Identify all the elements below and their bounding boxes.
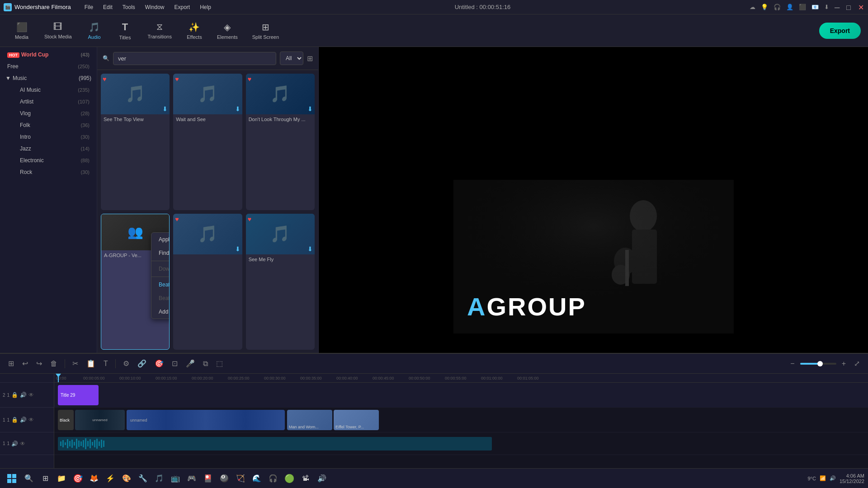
tool-elements[interactable]: ◈ Elements xyxy=(211,19,244,42)
export-button[interactable]: Export xyxy=(819,23,861,39)
track-hide-button[interactable]: 👁 xyxy=(28,392,34,398)
undo-button[interactable]: ↩ xyxy=(19,357,31,370)
menu-edit[interactable]: Edit xyxy=(99,2,117,12)
marker-button[interactable]: 🎯 xyxy=(152,357,166,370)
taskbar-app10[interactable]: 🏹 xyxy=(233,471,248,486)
track-mute-button[interactable]: 🔊 xyxy=(20,392,27,398)
menu-help[interactable]: Help xyxy=(195,2,216,12)
black-clip[interactable]: Black xyxy=(58,410,74,430)
taskbar-app9[interactable]: 🎱 xyxy=(217,471,231,486)
sidebar-item-rock[interactable]: Rock (30) xyxy=(13,166,97,178)
waveform xyxy=(58,437,492,450)
tool-titles[interactable]: T Titles xyxy=(111,19,140,43)
context-menu-apply[interactable]: Apply Alt+A xyxy=(151,233,170,246)
audio-card-6[interactable]: ♥ 🎵 ⬇ See Me Fly xyxy=(246,214,315,350)
maximize-button[interactable]: □ xyxy=(846,4,853,10)
sidebar-music-children: AI Music (235) Artlist (107) Vlog (28) F… xyxy=(0,84,97,178)
tool-split-screen[interactable]: ⊞ Split Screen xyxy=(246,19,285,42)
taskbar-app5[interactable]: 🎵 xyxy=(152,471,166,486)
sidebar-item-world-cup[interactable]: HOTWorld Cup (43) xyxy=(0,49,97,61)
context-menu-add-favorites[interactable]: Add to Favorites Shift+F xyxy=(151,305,170,319)
start-button[interactable] xyxy=(4,470,20,487)
context-menu-download-now: Download Now xyxy=(151,262,170,276)
sidebar-item-folk[interactable]: Folk (36) xyxy=(13,119,97,131)
taskbar-app2[interactable]: ⚡ xyxy=(103,471,118,486)
menu-file[interactable]: File xyxy=(80,2,98,12)
context-menu-beat-detection[interactable]: Beat Detection xyxy=(151,278,170,291)
taskbar-explorer[interactable]: 📁 xyxy=(54,471,69,486)
sidebar-item-electronic[interactable]: Electronic (88) xyxy=(13,155,97,166)
taskbar-app7[interactable]: 🎮 xyxy=(184,471,199,486)
track-mute-btn-v1[interactable]: 🔊 xyxy=(20,417,27,423)
taskbar-app12[interactable]: 🎧 xyxy=(266,471,280,486)
unnamed-clip-2[interactable]: unnamed xyxy=(127,410,285,430)
search-input[interactable] xyxy=(113,52,276,65)
taskbar-search[interactable]: 🔍 xyxy=(22,471,36,486)
delete-button[interactable]: 🗑 xyxy=(47,358,60,370)
title-clip[interactable]: Title 29 xyxy=(58,385,99,405)
sidebar-item-ai-music[interactable]: AI Music (235) xyxy=(13,84,97,96)
grid-view-icon[interactable]: ⊞ xyxy=(307,54,313,63)
audio-card-3[interactable]: ♥ 🎵 ⬇ Don't Look Through My ... xyxy=(246,74,315,210)
menu-tools[interactable]: Tools xyxy=(118,2,140,12)
taskbar-app8[interactable]: 🎴 xyxy=(201,471,215,486)
track-mute-btn-a1[interactable]: 🔊 xyxy=(11,441,18,447)
taskbar-app13[interactable]: 🔊 xyxy=(315,471,329,486)
unnamed-clip-1[interactable]: unnamed xyxy=(75,410,125,430)
expand-button[interactable]: ⤢ xyxy=(851,357,863,370)
menu-window[interactable]: Window xyxy=(141,2,169,12)
timeline-section: ⊞ ↩ ↪ 🗑 ✂ 📋 T ⚙ 🔗 🎯 ⊡ 🎤 ⧉ ⬚ − + ⤢ xyxy=(0,353,868,468)
audio-card-5[interactable]: ♥ 🎵 ⬇ xyxy=(173,214,242,350)
sidebar-item-artist[interactable]: Artlist (107) xyxy=(13,96,97,108)
zoom-in-button[interactable]: + xyxy=(839,358,849,370)
taskbar-app4[interactable]: 🔧 xyxy=(136,471,150,486)
tool-stock-media[interactable]: 🎞 Stock Media xyxy=(38,19,78,42)
track-hide-btn-a1[interactable]: 👁 xyxy=(20,441,25,447)
taskbar-vlc[interactable]: 📽 xyxy=(298,471,313,486)
settings-button[interactable]: ⚙ xyxy=(120,357,132,370)
filter-select[interactable]: All xyxy=(280,52,303,65)
taskbar-app1[interactable]: 🎯 xyxy=(71,471,85,486)
text-button[interactable]: T xyxy=(101,358,111,370)
track-hide-btn-v1[interactable]: 👁 xyxy=(28,417,34,423)
man-wom-clip[interactable]: Man and Wom... xyxy=(287,410,332,430)
audio-card-1[interactable]: ♥ 🎵 ⬇ See The Top View xyxy=(101,74,170,210)
zoom-out-button[interactable]: − xyxy=(788,358,797,370)
context-menu-find-similar[interactable]: Find Similar xyxy=(151,246,170,260)
redo-button[interactable]: ↪ xyxy=(33,357,45,370)
sidebar-item-intro[interactable]: Intro (30) xyxy=(13,131,97,143)
tool-transitions[interactable]: ⧖ Transitions xyxy=(142,19,178,42)
sidebar-item-jazz[interactable]: Jazz (14) xyxy=(13,143,97,155)
close-button[interactable]: ✕ xyxy=(858,4,864,10)
cut2-button[interactable]: ⬚ xyxy=(213,357,226,370)
audio-card-2[interactable]: ♥ 🎵 ⬇ Wait and See xyxy=(173,74,242,210)
add-track-button[interactable]: ⊞ xyxy=(5,357,17,370)
audio-card-4[interactable]: 👥 A-GROUP - Ve... Apply Alt+A Find Simil… xyxy=(101,214,170,350)
sidebar-item-free[interactable]: Free (250) xyxy=(0,61,97,72)
download-icon: ⬇ xyxy=(235,245,241,253)
menu-export[interactable]: Export xyxy=(170,2,195,12)
taskbar-app6[interactable]: 📺 xyxy=(168,471,183,486)
track-lock-btn-v1[interactable]: 🔒 xyxy=(11,417,18,423)
audio-button[interactable]: 🎤 xyxy=(183,357,198,370)
copy-button[interactable]: 📋 xyxy=(84,357,98,370)
cut-button[interactable]: ✂ xyxy=(70,357,81,370)
taskbar-spotify[interactable]: 🟢 xyxy=(282,471,297,486)
track-lock-button[interactable]: 🔒 xyxy=(11,392,18,398)
taskbar-firefox[interactable]: 🦊 xyxy=(87,471,101,486)
tool-effects[interactable]: ✨ Effects xyxy=(180,19,209,42)
snap-button[interactable]: 🔗 xyxy=(135,357,149,370)
tool-media[interactable]: ⬛ Media xyxy=(7,19,36,42)
sidebar-item-vlog[interactable]: Vlog (28) xyxy=(13,108,97,119)
eiffel-clip[interactable]: Eiffel Tower, P... xyxy=(334,410,379,430)
taskbar-app3[interactable]: 🎨 xyxy=(119,471,134,486)
zoom-slider[interactable] xyxy=(800,363,836,365)
minimize-button[interactable]: ─ xyxy=(835,4,841,10)
taskbar-app11[interactable]: 🌊 xyxy=(250,471,264,486)
split-button[interactable]: ⊡ xyxy=(169,357,180,370)
audio-clip[interactable] xyxy=(58,437,492,450)
taskbar-taskview[interactable]: ⊞ xyxy=(38,471,52,486)
tool-audio[interactable]: 🎵 Audio xyxy=(80,19,109,42)
blend-button[interactable]: ⧉ xyxy=(200,358,211,370)
sidebar-category-music[interactable]: ▼ Music (995) xyxy=(0,72,97,84)
